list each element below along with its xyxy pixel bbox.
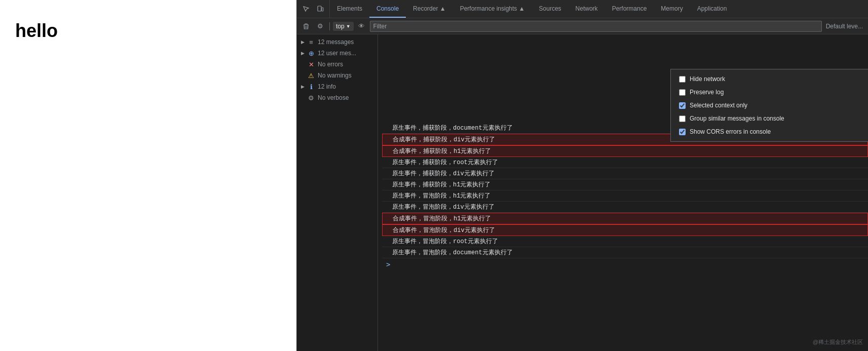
tab-performance[interactable]: Performance [605,0,654,18]
info-label: 12 info [318,83,336,90]
main-content: ▶ ≡ 12 messages ▶ ⊕ 12 user mes... ▶ ✕ N… [297,34,868,351]
device-icon[interactable] [314,3,326,15]
settings-left-col: Hide network Preserve log Selected conte… [671,69,868,141]
hide-network-label: Hide network [690,75,725,83]
console-sidebar: ▶ ≡ 12 messages ▶ ⊕ 12 user mes... ▶ ✕ N… [297,34,378,351]
log-entry: 原生事件，捕获阶段，root元素执行了 [382,157,868,168]
log-content: 原生事件，冒泡阶段，root元素执行了 [390,236,868,247]
group-similar-label: Group similar messages in console [690,115,784,122]
settings-hide-network[interactable]: Hide network [671,72,868,86]
default-levels-label: Default leve... [824,23,865,30]
log-expand-icon [382,123,390,133]
clear-console-button[interactable] [300,20,312,32]
settings-selected-context[interactable]: Selected context only [671,99,868,112]
errors-label: No errors [318,61,343,68]
log-content: 合成事件，冒泡阶段，div元素执行了 [391,225,867,236]
eye-icon[interactable]: 👁 [356,20,368,32]
page-content: hello [0,0,296,351]
settings-icon[interactable]: ⚙ [314,20,326,32]
inspect-icon[interactable] [300,3,312,15]
tab-console[interactable]: Console [369,0,406,18]
console-toolbar: ⚙ top ▼ 👁 Default leve... [297,18,868,34]
tab-memory[interactable]: Memory [654,0,690,18]
devtools-panel: Elements Console Recorder ▲ Performance … [296,0,868,351]
sidebar-item-messages[interactable]: ▶ ≡ 12 messages [297,36,378,48]
log-entry: 合成事件，捕获阶段，h1元素执行了 [382,145,868,157]
sidebar-item-errors[interactable]: ▶ ✕ No errors [297,59,378,70]
context-selector[interactable]: top ▼ [333,22,354,31]
show-cors-checkbox[interactable] [679,129,686,135]
console-prompt[interactable]: > [382,258,868,270]
log-content: 原生事件，捕获阶段，div元素执行了 [390,168,868,179]
page-hello: hello [15,20,58,42]
log-content: 原生事件，捕获阶段，root元素执行了 [390,157,868,168]
sidebar-item-warnings[interactable]: ▶ ⚠ No warnings [297,70,378,81]
warning-icon: ⚠ [308,72,315,80]
verbose-icon: ⚙ [308,94,315,102]
log-content: 原生事件，捕获阶段，h1元素执行了 [390,179,868,190]
log-expand-icon [383,146,391,157]
messages-label: 12 messages [318,38,354,46]
settings-show-cors[interactable]: Show CORS errors in console [671,125,868,138]
log-expand-icon [382,247,390,258]
log-entry: 合成事件，冒泡阶段，h1元素执行了 [382,213,868,224]
sidebar-item-user-messages[interactable]: ▶ ⊕ 12 user mes... [297,48,378,59]
sidebar-item-info[interactable]: ▶ ℹ 12 info [297,81,378,92]
svg-rect-1 [322,8,323,11]
console-log-area: 原生事件，捕获阶段，document元素执行了合成事件，捕获阶段，div元素执行… [378,121,868,351]
log-expand-icon [383,225,391,236]
tab-elements[interactable]: Elements [330,0,369,18]
user-messages-icon: ⊕ [308,50,315,57]
log-expand-icon [382,202,390,212]
tab-application[interactable]: Application [690,0,734,18]
hide-network-checkbox[interactable] [679,76,686,83]
log-entry: 原生事件，冒泡阶段，root元素执行了 [382,236,868,247]
tab-sources[interactable]: Sources [532,0,569,18]
log-entry: 原生事件，捕获阶段，div元素执行了 [382,168,868,179]
log-content: 原生事件，冒泡阶段，h1元素执行了 [390,190,868,201]
messages-icon: ≡ [308,38,315,46]
log-expand-icon [382,157,390,168]
selected-context-label: Selected context only [690,102,747,109]
log-content: 原生事件，冒泡阶段，document元素执行了 [390,247,868,258]
context-label: top [336,23,345,30]
settings-group-similar[interactable]: Group similar messages in console [671,112,868,125]
watermark: @稀土掘金技术社区 [813,338,863,346]
log-entry: 原生事件，冒泡阶段，document元素执行了 [382,247,868,258]
group-similar-checkbox[interactable] [679,115,686,122]
separator-1 [329,22,330,30]
preserve-log-checkbox[interactable] [679,89,686,96]
info-icon: ℹ [308,83,315,91]
expand-icon: ▶ [301,40,305,45]
tab-list: Elements Console Recorder ▲ Performance … [330,0,734,18]
show-cors-label: Show CORS errors in console [690,128,771,135]
filter-input[interactable] [370,21,822,32]
user-messages-label: 12 user mes... [318,50,356,57]
log-entry: 原生事件，冒泡阶段，h1元素执行了 [382,190,868,202]
selected-context-checkbox[interactable] [679,102,686,109]
tab-icons [297,0,330,18]
log-expand-icon [382,168,390,179]
settings-preserve-log[interactable]: Preserve log [671,86,868,99]
log-content: 合成事件，捕获阶段，h1元素执行了 [391,146,867,157]
settings-dropdown: Hide network Preserve log Selected conte… [670,69,868,142]
verbose-label: No verbose [318,94,349,101]
log-expand-icon [383,134,391,145]
warnings-label: No warnings [318,72,352,79]
log-expand-icon [382,179,390,190]
sidebar-item-verbose[interactable]: ▶ ⚙ No verbose [297,92,378,103]
log-entry: 原生事件，捕获阶段，h1元素执行了 [382,179,868,190]
log-entry: 合成事件，冒泡阶段，div元素执行了 [382,224,868,236]
tab-performance-insights[interactable]: Performance insights ▲ [453,0,532,18]
preserve-log-label: Preserve log [690,89,724,96]
svg-rect-0 [318,6,321,11]
error-icon: ✕ [308,61,315,68]
expand-icon-2: ▶ [301,51,305,56]
log-content: 合成事件，冒泡阶段，h1元素执行了 [391,213,867,224]
chevron-down-icon: ▼ [346,24,351,29]
tab-recorder[interactable]: Recorder ▲ [406,0,453,18]
tab-bar: Elements Console Recorder ▲ Performance … [297,0,868,18]
tab-network[interactable]: Network [569,0,605,18]
log-expand-icon [382,190,390,201]
log-expand-icon [382,236,390,247]
